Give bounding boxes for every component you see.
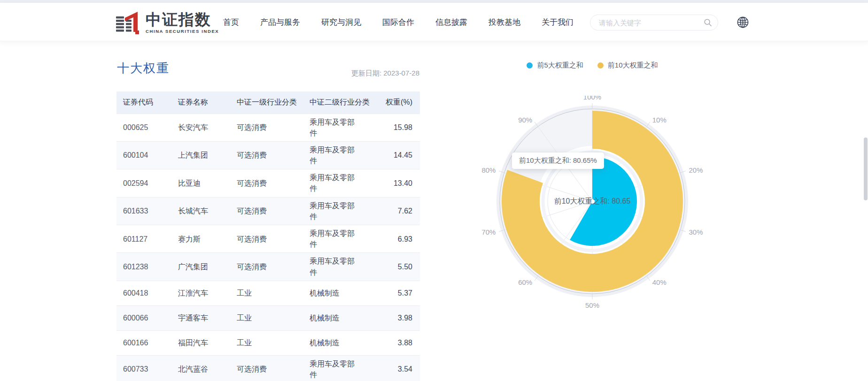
cell: 长安汽车 xyxy=(171,114,230,141)
cell: 可选消费 xyxy=(230,253,303,281)
cell: 3.88 xyxy=(376,330,420,355)
cell: 广汽集团 xyxy=(171,253,230,281)
cell: 600166 xyxy=(116,330,171,355)
page: 中证指数 CHINA SECURITIES INDEX 首页产品与服务研究与洞见… xyxy=(0,0,868,381)
nav-item-2[interactable]: 研究与洞见 xyxy=(321,17,361,28)
cell: 13.40 xyxy=(376,169,420,197)
angle-axis-label: 20% xyxy=(689,166,703,174)
logo-text-cn: 中证指数 xyxy=(146,12,219,27)
angle-axis-label: 10% xyxy=(652,116,666,124)
update-date: 更新日期: 2023-07-28 xyxy=(351,69,419,78)
cell: 赛力斯 xyxy=(171,225,230,253)
table-row: 600418江淮汽车工业机械制造5.37 xyxy=(116,281,420,305)
search-icon[interactable] xyxy=(704,18,712,27)
logo[interactable]: 中证指数 CHINA SECURITIES INDEX xyxy=(116,9,219,36)
angle-axis-label: 70% xyxy=(481,228,496,236)
legend-dot-icon xyxy=(527,62,533,69)
search-input[interactable] xyxy=(599,19,704,27)
table-row: 600733北汽蓝谷可选消费乘用车及零部件3.54 xyxy=(116,355,420,381)
nav-item-1[interactable]: 产品与服务 xyxy=(260,17,300,28)
main-nav: 首页产品与服务研究与洞见国际合作信息披露投教基地关于我们 xyxy=(223,3,574,41)
cell: 7.62 xyxy=(376,197,420,225)
weights-table: 证券代码证券名称中证一级行业分类中证二级行业分类权重(%) 000625长安汽车… xyxy=(116,91,420,381)
header-cell: 证券名称 xyxy=(171,91,230,114)
cell: 机械制造 xyxy=(303,281,376,305)
table-row: 600066宇通客车工业机械制造3.98 xyxy=(116,305,420,330)
cell: 可选消费 xyxy=(230,169,303,197)
cell: 600733 xyxy=(116,355,171,381)
nav-item-4[interactable]: 信息披露 xyxy=(435,17,467,28)
cell: 机械制造 xyxy=(303,330,376,355)
table-row: 601127赛力斯可选消费乘用车及零部件6.93 xyxy=(116,225,420,253)
cell: 可选消费 xyxy=(230,141,303,169)
cell: 14.45 xyxy=(376,141,420,169)
angle-axis-label: 80% xyxy=(481,166,496,174)
chart-legend: 前5大权重之和前10大权重之和 xyxy=(475,61,710,70)
table-row: 002594比亚迪可选消费乘用车及零部件13.40 xyxy=(116,169,420,197)
angle-axis-label: 100% xyxy=(583,96,601,101)
cell: 福田汽车 xyxy=(171,330,230,355)
cell: 上汽集团 xyxy=(171,141,230,169)
cell: 长城汽车 xyxy=(171,197,230,225)
cell: 002594 xyxy=(116,169,171,197)
table-row: 601633长城汽车可选消费乘用车及零部件7.62 xyxy=(116,197,420,225)
table-body: 000625长安汽车可选消费乘用车及零部件15.98600104上汽集团可选消费… xyxy=(116,114,420,381)
angle-axis-label: 40% xyxy=(652,278,666,286)
logo-icon xyxy=(116,10,141,35)
cell: 乘用车及零部件 xyxy=(303,225,376,253)
cell: 可选消费 xyxy=(230,355,303,381)
cell: 601238 xyxy=(116,253,171,281)
cell: 工业 xyxy=(230,330,303,355)
cell: 可选消费 xyxy=(230,197,303,225)
legend-label: 前10大权重之和 xyxy=(608,61,658,70)
nav-item-5[interactable]: 投教基地 xyxy=(488,17,520,28)
cell: 3.98 xyxy=(376,305,420,330)
cell: 601633 xyxy=(116,197,171,225)
page-title: 十大权重 xyxy=(117,60,170,76)
cell: 乘用车及零部件 xyxy=(303,114,376,141)
table-row: 000625长安汽车可选消费乘用车及零部件15.98 xyxy=(116,114,420,141)
legend-item-0[interactable]: 前5大权重之和 xyxy=(527,61,583,70)
cell: 600418 xyxy=(116,281,171,305)
cell: 乘用车及零部件 xyxy=(303,169,376,197)
cell: 15.98 xyxy=(376,114,420,141)
header: 中证指数 CHINA SECURITIES INDEX 首页产品与服务研究与洞见… xyxy=(0,3,868,41)
table-row: 601238广汽集团可选消费乘用车及零部件5.50 xyxy=(116,253,420,281)
nav-item-6[interactable]: 关于我们 xyxy=(542,17,574,28)
scrollbar-thumb[interactable] xyxy=(864,137,868,200)
cell: 600104 xyxy=(116,141,171,169)
cell: 机械制造 xyxy=(303,305,376,330)
table-row: 600104上汽集团可选消费乘用车及零部件14.45 xyxy=(116,141,420,169)
cell: 乘用车及零部件 xyxy=(303,355,376,381)
cell: 600066 xyxy=(116,305,171,330)
header-cell: 中证一级行业分类 xyxy=(230,91,303,114)
header-cell: 权重(%) xyxy=(376,91,420,114)
cell: 江淮汽车 xyxy=(171,281,230,305)
legend-label: 前5大权重之和 xyxy=(537,61,583,70)
cell: 3.54 xyxy=(376,355,420,381)
cell: 6.93 xyxy=(376,225,420,253)
angle-axis-label: 90% xyxy=(518,116,532,124)
angle-axis-label: 60% xyxy=(518,278,532,286)
cell: 乘用车及零部件 xyxy=(303,197,376,225)
legend-item-1[interactable]: 前10大权重之和 xyxy=(597,61,658,70)
cell: 北汽蓝谷 xyxy=(171,355,230,381)
cell: 宇通客车 xyxy=(171,305,230,330)
table-row: 600166福田汽车工业机械制造3.88 xyxy=(116,330,420,355)
angle-axis-label: 30% xyxy=(689,228,703,236)
cell: 601127 xyxy=(116,225,171,253)
nav-item-3[interactable]: 国际合作 xyxy=(382,17,414,28)
table-header: 证券代码证券名称中证一级行业分类中证二级行业分类权重(%) xyxy=(116,91,420,114)
cell: 比亚迪 xyxy=(171,169,230,197)
angle-axis-label: 50% xyxy=(585,301,599,309)
cell: 5.50 xyxy=(376,253,420,281)
nav-item-0[interactable]: 首页 xyxy=(223,17,239,28)
cell: 乘用车及零部件 xyxy=(303,253,376,281)
cell: 可选消费 xyxy=(230,225,303,253)
weights-gauge-chart[interactable]: 100%10%20%30%40%50%60%70%80%90% xyxy=(475,96,710,316)
header-cell: 中证二级行业分类 xyxy=(303,91,376,114)
logo-text-en: CHINA SECURITIES INDEX xyxy=(146,29,219,34)
cell: 可选消费 xyxy=(230,114,303,141)
legend-dot-icon xyxy=(597,62,604,69)
language-globe-icon[interactable] xyxy=(736,16,749,29)
